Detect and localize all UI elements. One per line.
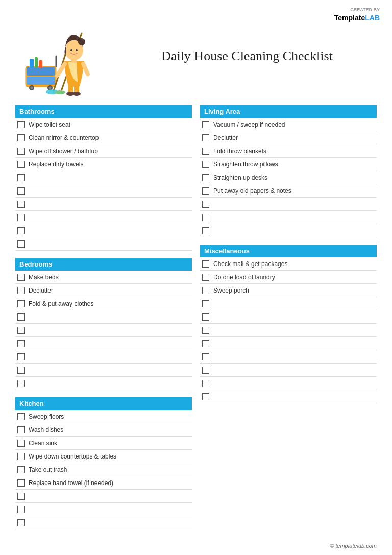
row-text: Fold throw blankets [213, 148, 375, 155]
checkbox[interactable] [202, 174, 209, 181]
svg-point-4 [31, 87, 33, 89]
checkbox[interactable] [17, 367, 24, 374]
checkbox[interactable] [17, 466, 24, 473]
svg-point-6 [49, 87, 52, 89]
checkbox[interactable] [17, 148, 24, 155]
section-living-area: Living AreaVacuum / sweep if neededDeclu… [200, 105, 377, 237]
section-header-miscellaneous: Miscellaneous [200, 245, 377, 257]
checkbox[interactable] [202, 353, 209, 360]
checklist-row: Make beds [15, 271, 192, 284]
svg-rect-2 [27, 77, 55, 85]
checkbox[interactable] [17, 426, 24, 433]
checklist-row: Vacuum / sweep if needed [200, 118, 377, 131]
checklist-row: Wipe toilet seat [15, 118, 192, 131]
row-text: Take out trash [29, 466, 190, 473]
checkbox[interactable] [17, 240, 24, 248]
section-header-living-area: Living Area [200, 105, 377, 118]
checkbox[interactable] [202, 274, 209, 281]
checkbox[interactable] [202, 134, 209, 141]
svg-point-14 [55, 90, 65, 94]
checklist-row: Clean mirror & countertop [15, 131, 192, 144]
checklist-row: Straighten throw pillows [200, 158, 377, 171]
checklist-row [15, 350, 192, 364]
section-header-bathrooms: Bathrooms [15, 105, 192, 118]
checklist-row: Wash dishes [15, 423, 192, 437]
checkbox[interactable] [202, 214, 209, 221]
checklist-row [200, 310, 377, 324]
row-text: Make beds [29, 274, 190, 281]
row-text: Straighten up desks [213, 174, 375, 181]
logo: CREATED BY TemplateLAB [334, 7, 380, 22]
svg-rect-9 [35, 57, 38, 68]
row-text: Wipe toilet seat [29, 121, 190, 128]
checkbox[interactable] [17, 353, 24, 360]
checklist-row: Wipe down countertops & tables [15, 450, 192, 463]
checkbox[interactable] [202, 161, 209, 168]
checkbox[interactable] [17, 201, 24, 208]
checklist-row: Replace hand towel (if needed) [15, 476, 192, 490]
checklist-row: Do one load of laundry [200, 271, 377, 284]
checkbox[interactable] [202, 313, 209, 321]
checkbox[interactable] [17, 440, 24, 447]
checkbox[interactable] [17, 274, 24, 281]
checklist-row [15, 211, 192, 224]
checkbox[interactable] [202, 327, 209, 334]
row-text: Wipe off shower / bathtub [29, 148, 190, 155]
footer: © templatelab.com [15, 543, 377, 549]
checkbox[interactable] [17, 506, 24, 513]
checkbox[interactable] [17, 493, 24, 500]
checkbox[interactable] [17, 519, 24, 526]
checklist-row [15, 516, 192, 529]
row-text: Wash dishes [29, 426, 190, 433]
checkbox[interactable] [17, 187, 24, 195]
checklist-row [200, 211, 377, 224]
checkbox[interactable] [202, 300, 209, 307]
checklist-row [15, 237, 192, 251]
checklist-row: Clean sink [15, 437, 192, 450]
checkbox[interactable] [17, 300, 24, 307]
checklist-row [200, 198, 377, 211]
checkbox[interactable] [17, 287, 24, 294]
checkbox[interactable] [17, 327, 24, 334]
row-text: Declutter [29, 287, 190, 294]
checkbox[interactable] [202, 148, 209, 155]
checkbox[interactable] [17, 121, 24, 128]
row-text: Sweep porch [213, 287, 375, 294]
checkbox[interactable] [17, 453, 24, 460]
checkbox[interactable] [202, 287, 209, 294]
checkbox[interactable] [202, 227, 209, 234]
svg-point-24 [76, 49, 78, 51]
checkbox[interactable] [202, 187, 209, 195]
checklist-row [15, 324, 192, 337]
checkbox[interactable] [202, 121, 209, 128]
section-bedrooms: BedroomsMake bedsDeclutterFold & put awa… [15, 258, 192, 390]
checkbox[interactable] [17, 161, 24, 168]
checkbox[interactable] [202, 260, 209, 268]
checkbox[interactable] [17, 214, 24, 221]
checkbox[interactable] [17, 313, 24, 321]
checkbox[interactable] [202, 367, 209, 374]
checkbox[interactable] [17, 479, 24, 487]
checkbox[interactable] [202, 393, 209, 400]
checkbox[interactable] [17, 134, 24, 141]
checkbox[interactable] [202, 201, 209, 208]
row-text: Replace dirty towels [29, 161, 190, 168]
checkbox[interactable] [17, 413, 24, 420]
checklist-row: Wipe off shower / bathtub [15, 144, 192, 158]
section-miscellaneous: MiscellaneousCheck mail & get packagesDo… [200, 245, 377, 403]
section-kitchen: KitchenSweep floorsWash dishesClean sink… [15, 397, 192, 529]
checkbox[interactable] [17, 340, 24, 347]
row-text: Straighten throw pillows [213, 161, 375, 168]
title-area: Daily House Cleaning Checklist [107, 49, 377, 64]
checklist-row: Check mail & get packages [200, 257, 377, 271]
checklist-row [15, 171, 192, 184]
checkbox[interactable] [202, 340, 209, 347]
checkbox[interactable] [17, 174, 24, 181]
checkbox[interactable] [17, 227, 24, 234]
illustration [15, 15, 107, 97]
checkbox[interactable] [17, 380, 24, 387]
checkbox[interactable] [202, 380, 209, 387]
checklist-row [15, 364, 192, 377]
checklist-row: Fold & put away clothes [15, 297, 192, 310]
checklist-row: Declutter [200, 131, 377, 144]
